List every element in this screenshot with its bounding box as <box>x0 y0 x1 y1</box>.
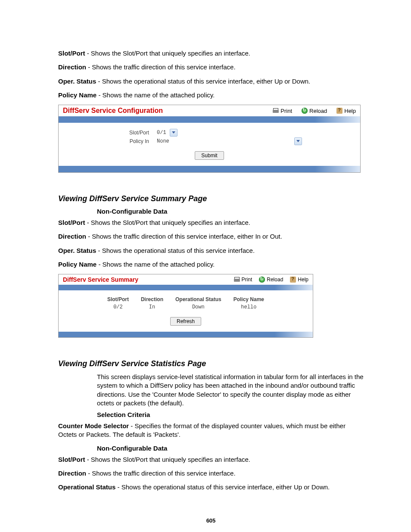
definition-item: Slot/Port - Shows the Slot/Port that uni… <box>58 455 364 464</box>
section-heading-stats: Viewing DiffServ Service Statistics Page <box>58 359 364 368</box>
definition-item: Direction - Shows the traffic direction … <box>58 469 364 478</box>
help-icon <box>290 277 296 283</box>
policyin-dropdown[interactable] <box>294 137 302 145</box>
definition-item: Operational Status - Shows the operation… <box>58 483 364 492</box>
section-heading-summary: Viewing DiffServ Service Summary Page <box>58 194 364 203</box>
panel-body: Slot/Port Direction Operational Status P… <box>59 290 313 332</box>
definition-item: Oper. Status - Shows the operational sta… <box>58 246 364 255</box>
reload-button[interactable]: Reload <box>302 108 327 114</box>
definition-item: Policy Name - Shows the name of the atta… <box>58 260 364 269</box>
divider-bar <box>59 116 360 123</box>
panel-actions: Print Reload Help <box>273 108 356 114</box>
panel-body: Slot/Port 0/1 Policy In None Submit <box>59 123 360 166</box>
divider-bar <box>59 285 313 290</box>
screenshot-diffserv-config: DiffServ Service Configuration Print Rel… <box>58 105 361 173</box>
definition-item: Counter Mode Selector - Specifies the fo… <box>58 422 364 439</box>
slotport-value: 0/1 <box>157 130 166 136</box>
table-row: 0/2 In Down hello <box>101 303 270 311</box>
noncfg-subhead: Non-Configurable Data <box>97 208 364 215</box>
print-icon <box>234 277 240 283</box>
screenshot-diffserv-summary: DiffServ Service Summary Print Reload He… <box>58 274 313 338</box>
help-button[interactable]: Help <box>336 108 356 114</box>
help-icon <box>336 108 342 114</box>
stats-intro: This screen displays service-level stati… <box>97 373 364 408</box>
definition-item: Direction - Shows the traffic direction … <box>58 232 364 241</box>
help-button[interactable]: Help <box>290 277 308 283</box>
definition-item: Oper. Status - Shows the operational sta… <box>58 77 364 86</box>
panel-title: DiffServ Service Summary <box>63 276 234 283</box>
print-icon <box>273 108 279 114</box>
selection-criteria-subhead: Selection Criteria <box>97 411 364 418</box>
reload-button[interactable]: Reload <box>259 277 283 283</box>
print-button[interactable]: Print <box>234 277 252 283</box>
policyin-row: Policy In None <box>63 137 356 145</box>
col-slotport: Slot/Port <box>101 296 135 303</box>
definition-item: Slot/Port - Shows the Slot/Port that uni… <box>58 49 364 58</box>
submit-button[interactable]: Submit <box>195 151 224 160</box>
col-direction: Direction <box>135 296 169 303</box>
slotport-label: Slot/Port <box>63 130 157 136</box>
noncfg-subhead: Non-Configurable Data <box>97 445 364 452</box>
divider-bar <box>59 332 313 337</box>
col-policyname: Policy Name <box>227 296 270 303</box>
policyin-label: Policy In <box>63 138 157 144</box>
definition-item: Slot/Port - Shows the Slot/Port that uni… <box>58 218 364 227</box>
panel-title: DiffServ Service Configuration <box>63 107 273 115</box>
refresh-button[interactable]: Refresh <box>170 317 201 326</box>
divider-bar <box>59 166 360 172</box>
panel-header: DiffServ Service Summary Print Reload He… <box>59 274 313 285</box>
definition-item: Direction - Shows the traffic direction … <box>58 63 364 72</box>
slotport-row: Slot/Port 0/1 <box>63 129 356 137</box>
print-button[interactable]: Print <box>273 108 292 114</box>
document-page: Slot/Port - Shows the Slot/Port that uni… <box>0 0 411 532</box>
policyin-value: None <box>157 138 169 144</box>
panel-actions: Print Reload Help <box>234 277 308 283</box>
panel-header: DiffServ Service Configuration Print Rel… <box>59 105 360 116</box>
col-opstatus: Operational Status <box>169 296 227 303</box>
table-header-row: Slot/Port Direction Operational Status P… <box>101 296 270 303</box>
summary-table: Slot/Port Direction Operational Status P… <box>101 296 270 311</box>
reload-icon <box>259 277 265 283</box>
reload-icon <box>302 108 308 114</box>
page-number: 605 <box>58 517 364 524</box>
definition-item: Policy Name - Shows the name of the atta… <box>58 91 364 100</box>
slotport-dropdown[interactable] <box>170 129 177 137</box>
